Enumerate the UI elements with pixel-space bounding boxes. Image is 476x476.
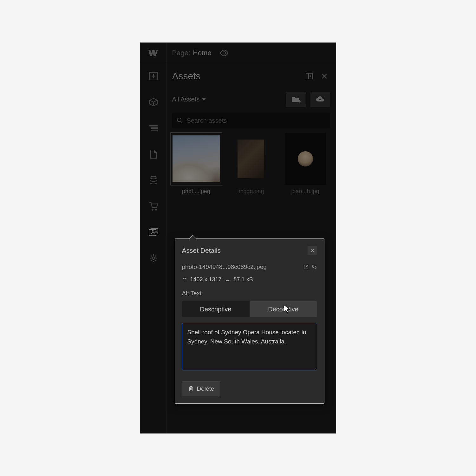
popover-title: Asset Details [182, 247, 308, 254]
webflow-logo-icon [148, 50, 158, 56]
settings-button[interactable] [140, 245, 166, 271]
trash-icon [188, 386, 194, 392]
navigator-icon [149, 125, 158, 132]
cloud-upload-icon [316, 96, 324, 103]
asset-thumbnail[interactable] [225, 133, 276, 185]
asset-filename: joao...h.jpg [280, 188, 331, 195]
asset-tile[interactable]: phot....jpeg [171, 133, 222, 195]
delete-label: Delete [197, 385, 214, 392]
asset-dimensions: 1402 x 1317 [190, 276, 222, 283]
asset-grid: phot....jpeg imggg.png joao...h.jpg [166, 133, 336, 195]
page-icon [150, 149, 157, 159]
svg-point-12 [152, 230, 153, 231]
eye-icon [220, 50, 229, 56]
images-icon [148, 228, 159, 237]
components-button[interactable] [140, 89, 166, 115]
upload-button[interactable] [310, 92, 330, 107]
asset-filename-row: photo-1494948...98c089c2.jpeg [182, 264, 317, 271]
asset-thumbnail[interactable] [171, 133, 222, 185]
svg-point-9 [155, 209, 157, 211]
app-logo[interactable] [140, 43, 166, 63]
caret-down-icon [202, 98, 206, 101]
left-icon-bar [140, 63, 166, 433]
filesize-icon [225, 277, 231, 282]
new-folder-button[interactable] [286, 92, 306, 107]
asset-details-popover: Asset Details photo-1494948...98c089c2.j… [175, 238, 324, 404]
delete-button[interactable]: Delete [182, 381, 220, 396]
external-link-icon[interactable] [303, 264, 309, 270]
asset-filename: imggg.png [225, 188, 276, 195]
top-bar: Page: Home [140, 43, 336, 63]
folder-plus-icon [291, 95, 301, 103]
assets-button[interactable] [140, 219, 166, 245]
page-label: Page: [172, 49, 191, 57]
svg-point-21 [177, 118, 181, 122]
pages-button[interactable] [140, 141, 166, 167]
ecommerce-button[interactable] [140, 193, 166, 219]
svg-point-13 [152, 257, 155, 259]
alt-text-input[interactable] [182, 323, 317, 370]
svg-point-8 [152, 209, 153, 211]
asset-filesize: 87.1 kB [234, 276, 253, 283]
svg-rect-5 [151, 127, 158, 129]
cube-icon [149, 97, 158, 107]
svg-point-7 [150, 176, 157, 179]
asset-tile[interactable]: imggg.png [225, 133, 276, 195]
page-name: Home [193, 49, 212, 57]
svg-marker-16 [310, 75, 311, 77]
popover-close-button[interactable] [308, 246, 317, 255]
preview-button[interactable] [217, 46, 231, 60]
panel-collapse-icon [305, 73, 313, 80]
panel-close-button[interactable] [319, 70, 330, 82]
plus-box-icon [149, 72, 158, 81]
cart-icon [149, 202, 158, 211]
alt-text-label: Alt Text [182, 290, 317, 297]
page-selector[interactable]: Page: Home [166, 46, 336, 60]
svg-line-25 [306, 265, 308, 267]
database-icon [149, 176, 158, 185]
popover-arrow [190, 236, 196, 239]
svg-point-0 [223, 52, 225, 54]
app-frame: Page: Home [140, 42, 336, 434]
panel-title: Assets [172, 71, 300, 82]
asset-thumbnail[interactable] [280, 133, 331, 185]
navigator-button[interactable] [140, 115, 166, 141]
link-icon[interactable] [311, 264, 317, 270]
add-elements-button[interactable] [140, 63, 166, 89]
svg-rect-6 [151, 130, 158, 132]
asset-meta-row: 1402 x 1317 87.1 kB [182, 276, 317, 283]
assets-toolbar: All Assets [166, 89, 336, 109]
close-icon [310, 248, 315, 253]
close-icon [321, 73, 328, 79]
search-input[interactable] [187, 117, 326, 124]
asset-tile[interactable]: joao...h.jpg [280, 133, 331, 195]
search-bar[interactable] [172, 113, 330, 128]
panel-pin-button[interactable] [303, 70, 315, 82]
asset-filename: phot....jpeg [171, 188, 222, 195]
svg-line-22 [181, 121, 182, 123]
svg-rect-4 [149, 125, 158, 126]
dimensions-icon [182, 277, 187, 282]
cms-button[interactable] [140, 167, 166, 193]
alt-text-type-segment: Descriptive Decorative [182, 301, 317, 317]
gear-icon [149, 253, 158, 263]
folder-name: All Assets [172, 96, 200, 103]
asset-full-filename: photo-1494948...98c089c2.jpeg [182, 264, 301, 271]
tab-decorative[interactable]: Decorative [250, 301, 317, 317]
folder-dropdown[interactable]: All Assets [172, 96, 282, 103]
panel-header: Assets [166, 63, 336, 89]
tab-descriptive[interactable]: Descriptive [182, 301, 250, 317]
search-icon [177, 117, 183, 124]
